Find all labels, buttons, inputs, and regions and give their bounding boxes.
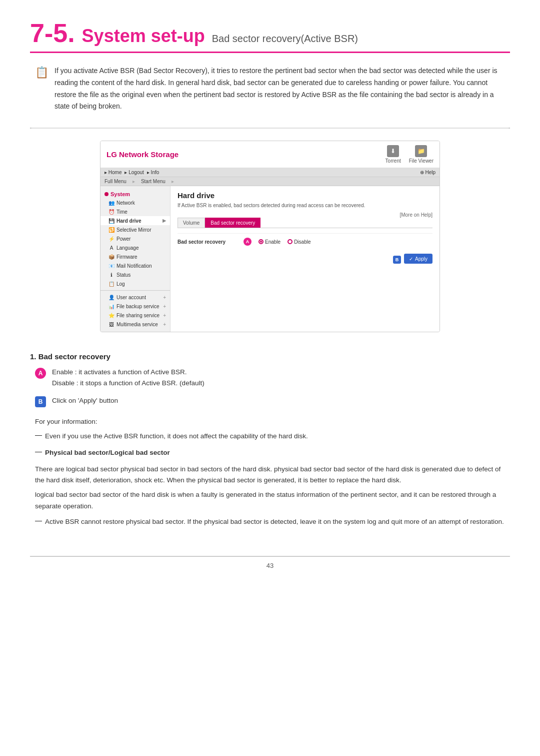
sidebar-item-language[interactable]: A Language xyxy=(100,243,170,252)
sidebar-selective-mirror-label: Selective Mirror xyxy=(116,227,151,233)
firmware-icon: 📦 xyxy=(108,254,114,260)
section-number: 7-5. xyxy=(30,20,75,46)
ui-mockup-header: LG Network Storage ⬇ Torrent 📁 File View… xyxy=(100,141,440,168)
intro-section: 📋 If you activate Active BSR (Bad Sector… xyxy=(30,65,510,113)
help-button[interactable]: ⊕ Help xyxy=(420,170,436,175)
torrent-icon: ⬇ xyxy=(387,145,399,157)
info-item-0: — Even if you use the Active BSR functio… xyxy=(35,431,510,445)
file-sharing-icon: ⭐ xyxy=(108,312,114,318)
nav-home[interactable]: ▸ Home xyxy=(104,170,122,175)
radio-enable-label: Enable xyxy=(265,239,280,245)
annotation-a-block: A Enable : it activates a function of Ac… xyxy=(30,367,510,389)
intro-text: If you activate Active BSR (Bad Sector R… xyxy=(54,65,505,113)
sidebar-section-system: System xyxy=(100,189,170,198)
ui-nav-bar: ▸ Home ▸ Logout ▸ Info ⊕ Help xyxy=(100,168,440,177)
ui-logo: LG Network Storage xyxy=(106,150,178,159)
tab-bar: Volume Bad sector recovery xyxy=(178,218,432,228)
sidebar-item-file-sharing[interactable]: ⭐ File sharing service + xyxy=(100,311,170,320)
tab-bad-sector-recovery[interactable]: Bad sector recovery xyxy=(205,218,260,228)
multimedia-icon: 🖼 xyxy=(108,321,114,327)
annotation-b-large: B xyxy=(35,396,46,407)
power-icon: ⚡ xyxy=(108,236,114,242)
tab-volume[interactable]: Volume xyxy=(178,218,205,228)
help-link[interactable]: [More on Help] xyxy=(178,212,432,218)
section-1-heading: 1. Bad sector recovery xyxy=(30,352,510,361)
help-icon: ⊕ xyxy=(420,170,424,175)
status-icon: ℹ xyxy=(108,272,114,278)
dotted-divider xyxy=(30,128,510,129)
mail-icon: 📧 xyxy=(108,263,114,269)
sidebar-status-label: Status xyxy=(116,272,130,278)
torrent-icon-block: ⬇ Torrent xyxy=(386,145,401,164)
sidebar-hard-drive-label: Hard drive xyxy=(116,218,141,224)
apply-icon: ✓ xyxy=(409,256,413,262)
info-item-2: — Active BSR cannot restore physical bad… xyxy=(35,516,510,531)
sidebar-item-multimedia[interactable]: 🖼 Multimedia service + xyxy=(100,320,170,329)
page-subtitle: Bad sector recovery(Active BSR) xyxy=(212,33,358,45)
dash-symbol-1: — xyxy=(35,447,42,462)
sidebar-item-log[interactable]: 📋 Log xyxy=(100,279,170,288)
radio-group: A Enable Disable xyxy=(244,238,311,246)
page-number: 43 xyxy=(266,562,274,569)
sidebar-divider-1 xyxy=(100,290,170,291)
page-header: 7-5. System set-up Bad sector recovery(A… xyxy=(30,20,510,53)
nav-logout[interactable]: ▸ Logout xyxy=(124,170,144,175)
sidebar-language-label: Language xyxy=(116,245,139,251)
annotation-a-badge-wrap: A xyxy=(35,368,46,389)
sidebar-item-file-backup[interactable]: 📊 File backup service + xyxy=(100,302,170,311)
annotation-a-line1: Enable : it activates a function of Acti… xyxy=(52,368,186,376)
info-paragraph-1: logical bad sector bad sector of the har… xyxy=(35,489,510,512)
multimedia-plus-icon: + xyxy=(163,322,166,327)
sidebar-item-power[interactable]: ⚡ Power xyxy=(100,234,170,243)
annotation-b-text: Click on 'Apply' button xyxy=(52,395,118,407)
sidebar-firmware-label: Firmware xyxy=(116,254,138,260)
page-footer: 43 xyxy=(30,556,510,569)
for-your-info-label: For your information: xyxy=(35,416,510,428)
sidebar-item-mail-notification[interactable]: 📧 Mail Notification xyxy=(100,261,170,270)
sidebar-item-network[interactable]: 👥 Network xyxy=(100,198,170,207)
start-menu-button[interactable]: Start Menu xyxy=(141,179,166,184)
sidebar-log-label: Log xyxy=(116,281,125,287)
sidebar-mail-label: Mail Notification xyxy=(116,263,152,269)
page-title: System set-up xyxy=(82,26,205,47)
annotation-b-badge: B xyxy=(393,256,401,264)
bad-sector-form-row: Bad sector recovery A Enable Disable xyxy=(178,233,432,250)
full-menu-button[interactable]: Full Menu xyxy=(104,179,126,184)
ui-header-icons: ⬇ Torrent 📁 File Viewer xyxy=(386,145,434,164)
file-viewer-icon: 📁 xyxy=(415,145,427,157)
hard-drive-icon: 💾 xyxy=(108,218,114,224)
dash-symbol-2: — xyxy=(35,516,42,531)
help-label: Help xyxy=(425,170,436,175)
radio-disable-circle[interactable] xyxy=(288,239,292,244)
user-account-icon: 👤 xyxy=(108,294,114,300)
sidebar-item-user-account[interactable]: 👤 User account + xyxy=(100,293,170,302)
radio-enable-circle[interactable] xyxy=(258,239,264,244)
user-account-plus-icon: + xyxy=(163,295,166,300)
sidebar-item-time[interactable]: ⏰ Time xyxy=(100,207,170,216)
radio-disable[interactable]: Disable xyxy=(288,239,310,245)
apply-button[interactable]: ✓ Apply xyxy=(404,254,432,264)
dash-symbol-0: — xyxy=(35,431,42,445)
ui-toolbar: Full Menu ▸ Start Menu ▸ xyxy=(100,177,440,186)
torrent-label: Torrent xyxy=(386,158,401,164)
nav-info[interactable]: ▸ Info xyxy=(147,170,159,175)
sidebar-item-selective-mirror[interactable]: 🔁 Selective Mirror xyxy=(100,225,170,234)
annotation-b-badge-wrap: B xyxy=(35,396,46,407)
radio-enable[interactable]: Enable xyxy=(258,239,280,245)
content-description: If Active BSR is enabled, bad sectors de… xyxy=(178,203,432,208)
radio-disable-label: Disable xyxy=(294,239,310,245)
form-label: Bad sector recovery xyxy=(178,239,238,245)
content-title: Hard drive xyxy=(178,191,432,200)
sidebar-user-account-label: User account xyxy=(116,295,146,300)
info-text-1: Physical bad sector/Logical bad sector xyxy=(45,447,170,459)
sidebar-network-label: Network xyxy=(116,200,135,206)
sidebar-item-hard-drive[interactable]: 💾 Hard drive ▶ xyxy=(100,216,170,225)
sidebar-multimedia-label: Multimedia service xyxy=(116,322,158,327)
sidebar-power-label: Power xyxy=(116,236,130,242)
annotation-a-large: A xyxy=(35,368,46,379)
sidebar-item-status[interactable]: ℹ Status xyxy=(100,270,170,279)
language-icon: A xyxy=(108,245,114,251)
sidebar-time-label: Time xyxy=(116,209,128,215)
ui-main-content: Hard drive If Active BSR is enabled, bad… xyxy=(170,186,440,332)
sidebar-item-firmware[interactable]: 📦 Firmware xyxy=(100,252,170,261)
